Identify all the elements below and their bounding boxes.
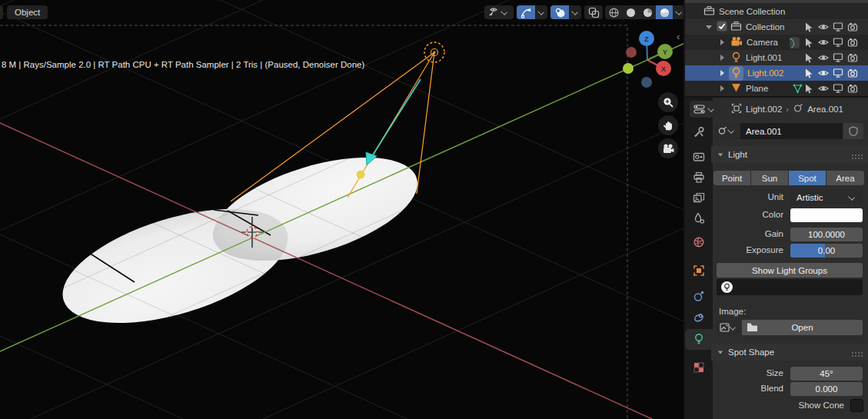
selectable-pointer-icon[interactable]: [803, 68, 814, 78]
tab-render[interactable]: [685, 147, 713, 167]
show-light-groups-button[interactable]: Show Light Groups: [717, 263, 863, 278]
expand-arrow-icon[interactable]: [720, 70, 724, 76]
size-field[interactable]: 45°: [790, 367, 863, 381]
3d-viewport[interactable]: 8 M | Rays/Sample 2.0 | RT Path CPU + RT…: [0, 0, 685, 419]
outliner-row-plane[interactable]: Plane: [685, 81, 868, 96]
selectable-pointer-icon[interactable]: [803, 22, 814, 32]
outliner-header-strip: [685, 0, 868, 3]
hide-eye-icon[interactable]: [818, 22, 829, 32]
mode-dropdown-partial[interactable]: [0, 5, 3, 19]
spot-shape-panel-header[interactable]: Spot Shape: [711, 344, 868, 361]
pan-hand-button[interactable]: [658, 115, 678, 135]
hide-eye-icon[interactable]: [818, 83, 829, 94]
object-visibility-dropdown[interactable]: [484, 5, 514, 19]
light-001-label: Light.001: [746, 53, 782, 62]
tab-object-data-light[interactable]: [685, 329, 713, 349]
selectable-pointer-icon[interactable]: [803, 37, 814, 48]
tab-object[interactable]: [685, 261, 713, 281]
disable-render-camera-icon[interactable]: [847, 68, 858, 78]
unit-dropdown[interactable]: Artistic: [790, 191, 863, 205]
gizmo-y-axis[interactable]: Y: [657, 44, 673, 59]
navigation-gizmo[interactable]: Z Y X: [621, 28, 673, 89]
open-image-button[interactable]: Open: [742, 320, 863, 335]
gizmo-neg-x-axis[interactable]: [626, 47, 637, 58]
camera-view-button[interactable]: [658, 138, 678, 158]
gizmos-dropdown[interactable]: [535, 5, 547, 19]
color-swatch[interactable]: [790, 208, 863, 222]
gain-field[interactable]: 100.0000: [790, 228, 863, 241]
panel-drag-dots-icon[interactable]: [851, 350, 863, 359]
gizmo-x-axis[interactable]: X: [656, 61, 671, 76]
hide-eye-icon[interactable]: [818, 52, 829, 63]
light-type-point-button[interactable]: Point: [713, 171, 750, 185]
show-gizmos-toggle[interactable]: [517, 5, 535, 19]
overlays-dropdown[interactable]: [569, 5, 581, 19]
blend-field[interactable]: 0.000: [790, 382, 863, 396]
tab-physics[interactable]: [685, 286, 713, 306]
shading-solid-button[interactable]: [622, 5, 639, 19]
render-stats-overlay: 8 M | Rays/Sample 2.0 | RT Path CPU + RT…: [2, 60, 364, 69]
gizmo-neg-y-axis[interactable]: [623, 63, 634, 74]
selectable-pointer-icon[interactable]: [803, 83, 814, 94]
camera-object-icon: [730, 36, 743, 48]
disable-viewport-monitor-icon[interactable]: [833, 37, 843, 48]
object-mode-menu[interactable]: Object: [7, 5, 48, 19]
outliner-row-camera[interactable]: Camera: [685, 35, 868, 50]
disable-render-camera-icon[interactable]: [847, 37, 858, 48]
id-type-dropdown[interactable]: [715, 123, 740, 139]
show-overlays-toggle[interactable]: [550, 5, 569, 19]
solid-sphere-icon: [625, 7, 637, 18]
expand-arrow-icon[interactable]: [706, 25, 712, 29]
hide-eye-icon[interactable]: [818, 68, 829, 78]
shading-rendered-button[interactable]: [656, 5, 673, 19]
tab-output[interactable]: [685, 168, 713, 188]
expand-arrow-icon[interactable]: [720, 85, 724, 91]
disable-viewport-monitor-icon[interactable]: [833, 52, 843, 63]
exposure-slider[interactable]: 0.00: [790, 244, 863, 258]
zoom-button[interactable]: [658, 92, 678, 112]
panel-drag-dots-icon[interactable]: [851, 152, 863, 161]
breadcrumb-object-name[interactable]: Light.002: [746, 105, 782, 114]
expand-arrow-icon[interactable]: [720, 39, 724, 45]
editor-type-selector[interactable]: [690, 101, 720, 118]
outliner-row-light-002-selected[interactable]: Light.002: [685, 65, 868, 81]
chevron-down-icon: [848, 194, 855, 201]
collection-icon: [703, 5, 715, 18]
disable-render-camera-icon[interactable]: [847, 22, 858, 32]
disable-viewport-monitor-icon[interactable]: [833, 68, 843, 78]
disable-viewport-monitor-icon[interactable]: [833, 22, 843, 32]
xray-toggle[interactable]: [584, 5, 603, 19]
light-type-spot-button-active[interactable]: Spot: [789, 171, 826, 185]
selectable-pointer-icon[interactable]: [803, 52, 814, 63]
light-groups-list[interactable]: [717, 279, 863, 295]
light-type-area-button[interactable]: Area: [826, 171, 864, 185]
sidebar-collapse-arrow[interactable]: ‹: [677, 31, 680, 42]
id-name-input[interactable]: Area.001: [740, 123, 843, 139]
show-cone-checkbox[interactable]: [850, 399, 863, 412]
fake-user-shield-button[interactable]: [843, 123, 863, 139]
shading-material-button[interactable]: [639, 5, 656, 19]
gizmo-neg-z-axis[interactable]: [641, 77, 652, 88]
id-name-value: Area.001: [746, 127, 782, 136]
image-browse-dropdown[interactable]: [717, 320, 741, 335]
collection-checkbox[interactable]: [717, 21, 727, 33]
outliner-row-collection[interactable]: Collection: [685, 19, 868, 35]
light-panel-header[interactable]: Light: [711, 146, 868, 163]
gizmo-z-axis[interactable]: Z: [639, 31, 654, 46]
tab-constraints[interactable]: [685, 308, 713, 328]
disable-render-camera-icon[interactable]: [847, 83, 858, 94]
outliner-row-light-001[interactable]: Light.001: [685, 50, 868, 65]
expand-arrow-icon[interactable]: [720, 55, 724, 61]
gizmos-toggle-group: [517, 5, 547, 19]
light-type-sun-button[interactable]: Sun: [751, 171, 788, 185]
shading-wireframe-button[interactable]: [605, 5, 622, 19]
disable-render-camera-icon[interactable]: [847, 52, 858, 63]
outliner-row-scene-collection[interactable]: Scene Collection: [685, 4, 868, 19]
open-button-label: Open: [791, 323, 813, 332]
disable-viewport-monitor-icon[interactable]: [833, 83, 843, 94]
hide-eye-icon[interactable]: [818, 37, 829, 48]
breadcrumb-data-name[interactable]: Area.001: [807, 105, 843, 114]
tab-tool[interactable]: [685, 122, 713, 142]
constraints-icon: [693, 311, 705, 324]
show-cone-label: Show Cone: [754, 401, 844, 410]
